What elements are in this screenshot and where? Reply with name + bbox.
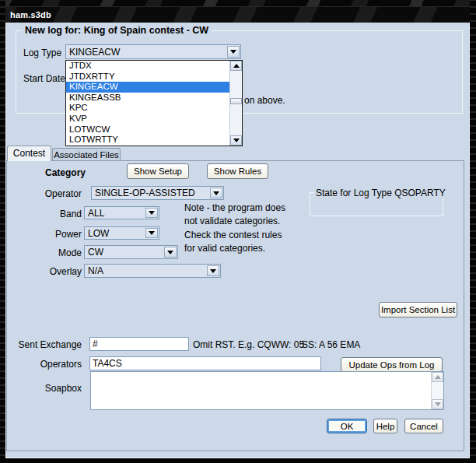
mode-label: Mode bbox=[14, 247, 82, 258]
overlay-dropdown-button[interactable] bbox=[207, 265, 219, 276]
titlebar[interactable]: ham.s3db bbox=[0, 6, 476, 23]
note-line: for valid categories. bbox=[184, 242, 320, 255]
cancel-button[interactable]: Cancel bbox=[404, 419, 443, 433]
operator-value: SINGLE-OP-ASSISTED bbox=[92, 188, 209, 198]
chevron-down-icon bbox=[167, 251, 173, 254]
show-setup-button[interactable]: Show Setup bbox=[127, 163, 189, 179]
start-date-label: Start Date bbox=[23, 73, 65, 84]
scroll-up-icon bbox=[435, 375, 441, 379]
power-dropdown-button[interactable] bbox=[145, 228, 158, 238]
power-combobox[interactable]: LOW bbox=[84, 226, 159, 240]
overlay-combobox[interactable]: N/A bbox=[84, 264, 221, 278]
soapbox-text[interactable] bbox=[91, 372, 431, 409]
band-combobox[interactable]: ALL bbox=[84, 206, 159, 219]
band-dropdown-button[interactable] bbox=[145, 208, 158, 218]
category-note: Note - the program does not validate cat… bbox=[184, 202, 320, 256]
mode-value: CW bbox=[85, 247, 163, 258]
dropdown-option-jtdxrtty[interactable]: JTDXRTTY bbox=[66, 72, 229, 82]
soapbox-scroll-up-button[interactable] bbox=[432, 372, 443, 382]
operator-dropdown-button[interactable] bbox=[210, 188, 222, 198]
soapbox-scrollbar[interactable] bbox=[431, 372, 443, 409]
dropdown-option-lotwrtty[interactable]: LOTWRTTY bbox=[66, 135, 229, 146]
chevron-down-icon bbox=[213, 191, 219, 195]
soapbox-textarea[interactable] bbox=[90, 371, 444, 410]
dropdown-option-jtdx[interactable]: JTDX bbox=[66, 61, 229, 72]
category-heading: Category bbox=[45, 167, 86, 178]
note-line: not validate categories. bbox=[184, 215, 320, 228]
log-type-dropdown-button[interactable] bbox=[227, 46, 240, 58]
dropdown-option-kingeassb[interactable]: KINGEASSB bbox=[66, 93, 229, 103]
log-type-combobox[interactable]: KINGEACW bbox=[65, 44, 241, 59]
chevron-down-icon bbox=[210, 269, 216, 273]
mode-dropdown-button[interactable] bbox=[164, 247, 177, 258]
scroll-down-icon bbox=[435, 402, 441, 406]
power-label: Power bbox=[14, 229, 82, 240]
band-label: Band bbox=[14, 209, 82, 219]
dropdown-option-kingeacw[interactable]: KINGEACW bbox=[66, 82, 229, 93]
dialog-legend: New log for: King of Spain contest - CW bbox=[22, 25, 212, 36]
dropdown-scrollbar[interactable] bbox=[229, 61, 242, 146]
power-value: LOW bbox=[85, 228, 145, 239]
band-value: ALL bbox=[85, 208, 145, 219]
note-line: Check the contest rules bbox=[184, 229, 320, 242]
log-type-value: KINGEACW bbox=[66, 47, 226, 58]
soapbox-label: Soapbox bbox=[14, 383, 82, 394]
operators-input[interactable] bbox=[89, 356, 321, 370]
operators-label: Operators bbox=[14, 359, 82, 370]
scroll-down-button[interactable] bbox=[230, 135, 242, 146]
scrollbar-thumb[interactable] bbox=[230, 98, 242, 104]
tab-associated-files[interactable]: Associated Files bbox=[52, 148, 121, 161]
tab-contest[interactable]: Contest bbox=[7, 146, 51, 161]
window-title: ham.s3db bbox=[10, 10, 51, 19]
dropdown-option-kvp[interactable]: KVP bbox=[66, 114, 229, 125]
dropdown-option-kpc[interactable]: KPC bbox=[66, 103, 229, 114]
window-frame-right bbox=[470, 0, 476, 463]
overlay-value: N/A bbox=[85, 265, 206, 276]
scroll-down-icon bbox=[233, 139, 240, 142]
dropdown-options-container: JTDXJTDXRTTYKINGEACWKINGEASSBKPCKVPLOTWC… bbox=[66, 61, 229, 146]
log-type-label: Log Type bbox=[23, 47, 61, 58]
chevron-down-icon bbox=[149, 211, 155, 215]
logtype-dropdown-list[interactable]: JTDXJTDXRTTYKINGEACWKINGEASSBKPCKVPLOTWC… bbox=[65, 60, 243, 146]
sent-exchange-label: Sent Exchange bbox=[14, 339, 82, 350]
ok-button[interactable]: OK bbox=[327, 419, 367, 433]
chevron-down-icon bbox=[230, 50, 236, 54]
window-frame-bottom bbox=[0, 458, 476, 463]
chevron-down-icon bbox=[149, 231, 155, 235]
state-groupbox-legend: State for Log Type QSOPARTY bbox=[314, 188, 447, 198]
overlay-label: Overlay bbox=[14, 266, 82, 277]
sent-exchange-hint: Omit RST. E.g. CQWW: 05 bbox=[193, 339, 304, 350]
dropdown-option-lotwcw[interactable]: LOTWCW bbox=[66, 125, 229, 135]
mode-combobox[interactable]: CW bbox=[84, 245, 178, 259]
update-ops-button[interactable]: Update Ops from Log bbox=[341, 357, 443, 372]
sent-exchange-hint2: SS: A 56 EMA bbox=[302, 339, 360, 350]
operator-combobox[interactable]: SINGLE-OP-ASSISTED bbox=[91, 186, 224, 200]
partial-instruction-text: on above. bbox=[244, 95, 285, 106]
window-frame-left bbox=[0, 0, 5, 463]
soapbox-scroll-down-button[interactable] bbox=[432, 399, 443, 409]
scroll-up-icon bbox=[233, 64, 240, 68]
operator-label: Operator bbox=[14, 188, 82, 199]
note-line: Note - the program does bbox=[184, 202, 320, 215]
import-section-list-button[interactable]: Import Section List bbox=[379, 302, 457, 317]
help-button[interactable]: Help bbox=[373, 419, 397, 433]
show-rules-button[interactable]: Show Rules bbox=[207, 163, 268, 179]
app-window: ham.s3db New log for: King of Spain cont… bbox=[0, 0, 476, 463]
scroll-up-button[interactable] bbox=[230, 61, 242, 71]
sent-exchange-input[interactable] bbox=[89, 337, 189, 351]
